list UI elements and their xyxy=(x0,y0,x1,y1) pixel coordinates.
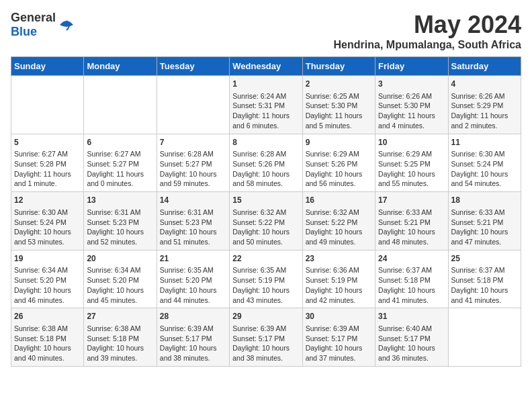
calendar-cell: 28Sunrise: 6:39 AMSunset: 5:17 PMDayligh… xyxy=(157,308,229,367)
calendar-cell: 2Sunrise: 6:25 AMSunset: 5:30 PMDaylight… xyxy=(302,76,375,134)
calendar-cell: 6Sunrise: 6:27 AMSunset: 5:27 PMDaylight… xyxy=(84,134,157,192)
day-number: 2 xyxy=(306,79,372,90)
day-number: 12 xyxy=(14,195,81,206)
header-day-monday: Monday xyxy=(84,57,157,76)
calendar-cell: 5Sunrise: 6:27 AMSunset: 5:28 PMDaylight… xyxy=(11,134,84,192)
day-number: 11 xyxy=(451,137,518,148)
calendar-cell xyxy=(84,76,157,134)
header-day-friday: Friday xyxy=(375,57,448,76)
week-row-3: 12Sunrise: 6:30 AMSunset: 5:24 PMDayligh… xyxy=(11,192,521,250)
calendar-cell: 23Sunrise: 6:36 AMSunset: 5:19 PMDayligh… xyxy=(302,250,375,308)
calendar-cell: 29Sunrise: 6:39 AMSunset: 5:17 PMDayligh… xyxy=(230,308,302,367)
week-row-2: 5Sunrise: 6:27 AMSunset: 5:28 PMDaylight… xyxy=(11,134,521,192)
day-number: 19 xyxy=(14,253,81,265)
day-number: 7 xyxy=(160,137,226,148)
week-row-5: 26Sunrise: 6:38 AMSunset: 5:18 PMDayligh… xyxy=(11,308,521,367)
calendar-cell: 19Sunrise: 6:34 AMSunset: 5:20 PMDayligh… xyxy=(11,250,84,308)
calendar-cell: 9Sunrise: 6:29 AMSunset: 5:26 PMDaylight… xyxy=(302,134,375,192)
day-number: 30 xyxy=(306,311,372,322)
day-number: 20 xyxy=(87,253,153,265)
calendar-cell: 20Sunrise: 6:34 AMSunset: 5:20 PMDayligh… xyxy=(84,250,157,308)
logo-text: General Blue xyxy=(11,11,56,39)
day-number: 18 xyxy=(451,195,518,206)
day-number: 16 xyxy=(306,195,372,206)
calendar-cell: 11Sunrise: 6:30 AMSunset: 5:24 PMDayligh… xyxy=(448,134,521,192)
day-number: 25 xyxy=(451,253,518,265)
day-number: 8 xyxy=(232,137,299,148)
header-row: SundayMondayTuesdayWednesdayThursdayFrid… xyxy=(11,57,521,76)
calendar-cell: 31Sunrise: 6:40 AMSunset: 5:17 PMDayligh… xyxy=(375,308,448,367)
logo-blue: Blue xyxy=(11,25,37,38)
calendar-cell: 30Sunrise: 6:39 AMSunset: 5:17 PMDayligh… xyxy=(302,308,375,367)
calendar-cell: 12Sunrise: 6:30 AMSunset: 5:24 PMDayligh… xyxy=(11,192,84,250)
day-number: 31 xyxy=(378,311,445,322)
day-number: 5 xyxy=(14,137,81,148)
calendar-cell: 24Sunrise: 6:37 AMSunset: 5:18 PMDayligh… xyxy=(375,250,448,308)
day-number: 13 xyxy=(87,195,153,206)
day-number: 28 xyxy=(160,311,226,322)
calendar-cell: 18Sunrise: 6:33 AMSunset: 5:21 PMDayligh… xyxy=(448,192,521,250)
day-number: 29 xyxy=(232,311,299,322)
header-day-thursday: Thursday xyxy=(302,57,375,76)
day-number: 23 xyxy=(306,253,372,265)
day-number: 6 xyxy=(87,137,153,148)
day-number: 4 xyxy=(451,79,518,90)
logo-icon xyxy=(57,15,76,34)
calendar-cell: 15Sunrise: 6:32 AMSunset: 5:22 PMDayligh… xyxy=(230,192,302,250)
day-number: 14 xyxy=(160,195,226,206)
logo: General Blue xyxy=(11,11,76,39)
calendar-cell: 22Sunrise: 6:35 AMSunset: 5:19 PMDayligh… xyxy=(230,250,302,308)
day-number: 24 xyxy=(378,253,445,265)
calendar-cell: 3Sunrise: 6:26 AMSunset: 5:30 PMDaylight… xyxy=(375,76,448,134)
calendar-cell: 14Sunrise: 6:31 AMSunset: 5:23 PMDayligh… xyxy=(157,192,229,250)
header-day-sunday: Sunday xyxy=(11,57,84,76)
calendar-cell: 4Sunrise: 6:26 AMSunset: 5:29 PMDaylight… xyxy=(448,76,521,134)
week-row-4: 19Sunrise: 6:34 AMSunset: 5:20 PMDayligh… xyxy=(11,250,521,308)
calendar-cell xyxy=(11,76,84,134)
calendar-body: 1Sunrise: 6:24 AMSunset: 5:31 PMDaylight… xyxy=(11,76,521,367)
calendar-cell: 8Sunrise: 6:28 AMSunset: 5:26 PMDaylight… xyxy=(230,134,302,192)
calendar-table: SundayMondayTuesdayWednesdayThursdayFrid… xyxy=(11,56,521,367)
calendar-cell: 10Sunrise: 6:29 AMSunset: 5:25 PMDayligh… xyxy=(375,134,448,192)
day-number: 17 xyxy=(378,195,445,206)
calendar-cell: 26Sunrise: 6:38 AMSunset: 5:18 PMDayligh… xyxy=(11,308,84,367)
header-day-tuesday: Tuesday xyxy=(157,57,229,76)
calendar-cell: 25Sunrise: 6:37 AMSunset: 5:18 PMDayligh… xyxy=(448,250,521,308)
day-number: 3 xyxy=(378,79,445,90)
day-number: 26 xyxy=(14,311,81,322)
calendar-cell: 1Sunrise: 6:24 AMSunset: 5:31 PMDaylight… xyxy=(230,76,302,134)
calendar-cell: 17Sunrise: 6:33 AMSunset: 5:21 PMDayligh… xyxy=(375,192,448,250)
day-number: 22 xyxy=(232,253,299,265)
day-number: 27 xyxy=(87,311,153,322)
main-title: May 2024 xyxy=(334,11,521,39)
day-number: 21 xyxy=(160,253,226,265)
week-row-1: 1Sunrise: 6:24 AMSunset: 5:31 PMDaylight… xyxy=(11,76,521,134)
calendar-cell: 16Sunrise: 6:32 AMSunset: 5:22 PMDayligh… xyxy=(302,192,375,250)
calendar-cell xyxy=(157,76,229,134)
calendar-cell: 13Sunrise: 6:31 AMSunset: 5:23 PMDayligh… xyxy=(84,192,157,250)
title-block: May 2024 Hendrina, Mpumalanga, South Afr… xyxy=(334,11,521,51)
day-number: 1 xyxy=(232,79,299,90)
calendar-cell: 27Sunrise: 6:38 AMSunset: 5:18 PMDayligh… xyxy=(84,308,157,367)
header-day-saturday: Saturday xyxy=(448,57,521,76)
calendar-cell: 7Sunrise: 6:28 AMSunset: 5:27 PMDaylight… xyxy=(157,134,229,192)
day-number: 10 xyxy=(378,137,445,148)
calendar-cell xyxy=(448,308,521,367)
header-day-wednesday: Wednesday xyxy=(230,57,302,76)
calendar-cell: 21Sunrise: 6:35 AMSunset: 5:20 PMDayligh… xyxy=(157,250,229,308)
day-number: 9 xyxy=(306,137,372,148)
subtitle: Hendrina, Mpumalanga, South Africa xyxy=(334,39,521,51)
calendar-header: SundayMondayTuesdayWednesdayThursdayFrid… xyxy=(11,57,521,76)
day-number: 15 xyxy=(232,195,299,206)
logo-general: General xyxy=(11,11,56,24)
page-header: General Blue May 2024 Hendrina, Mpumalan… xyxy=(11,11,521,51)
